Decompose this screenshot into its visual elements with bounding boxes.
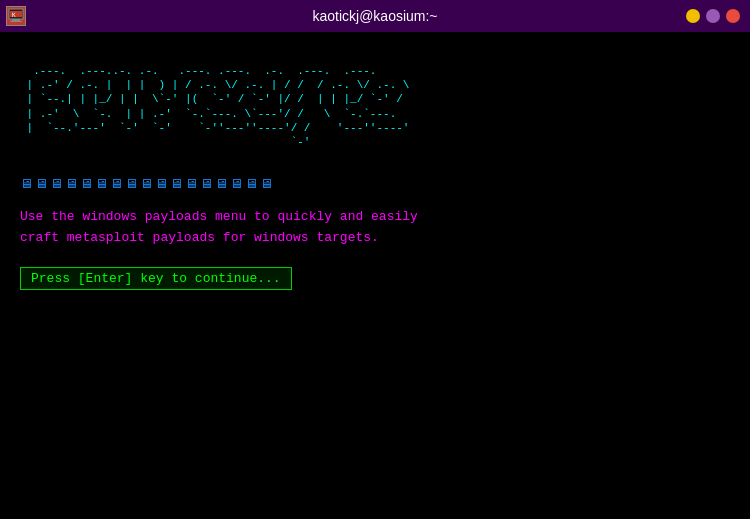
ascii-logo: .---. .---..-. .-. .---. .---. .-. .---.… — [20, 50, 730, 177]
terminal-area: .---. .---..-. .-. .---. .---. .-. .---.… — [0, 32, 750, 519]
titlebar-left: K — [6, 6, 26, 26]
maximize-button[interactable] — [706, 9, 720, 23]
minimize-button[interactable] — [686, 9, 700, 23]
press-enter-prompt[interactable]: Press [Enter] key to continue... — [20, 267, 292, 290]
svg-rect-1 — [12, 19, 20, 21]
close-button[interactable] — [726, 9, 740, 23]
computer-icons: 🖥🖥🖥🖥🖥🖥🖥🖥🖥🖥🖥🖥🖥🖥🖥🖥🖥 — [20, 177, 275, 192]
svg-text:K: K — [12, 11, 16, 18]
titlebar: K kaotickj@kaosium:~ — [0, 0, 750, 32]
description-text: Use the windows payloads menu to quickly… — [20, 207, 730, 249]
titlebar-title: kaotickj@kaosium:~ — [312, 8, 437, 24]
desc-line1: Use the windows payloads menu to quickly… — [20, 209, 418, 224]
computer-icons-row: 🖥🖥🖥🖥🖥🖥🖥🖥🖥🖥🖥🖥🖥🖥🖥🖥🖥 — [20, 175, 730, 193]
desc-line2: craft metasploit payloads for windows ta… — [20, 230, 379, 245]
titlebar-controls — [686, 9, 740, 23]
app-icon: K — [6, 6, 26, 26]
press-enter-text: Press [Enter] key to continue... — [31, 271, 281, 286]
svg-rect-2 — [10, 21, 22, 22]
